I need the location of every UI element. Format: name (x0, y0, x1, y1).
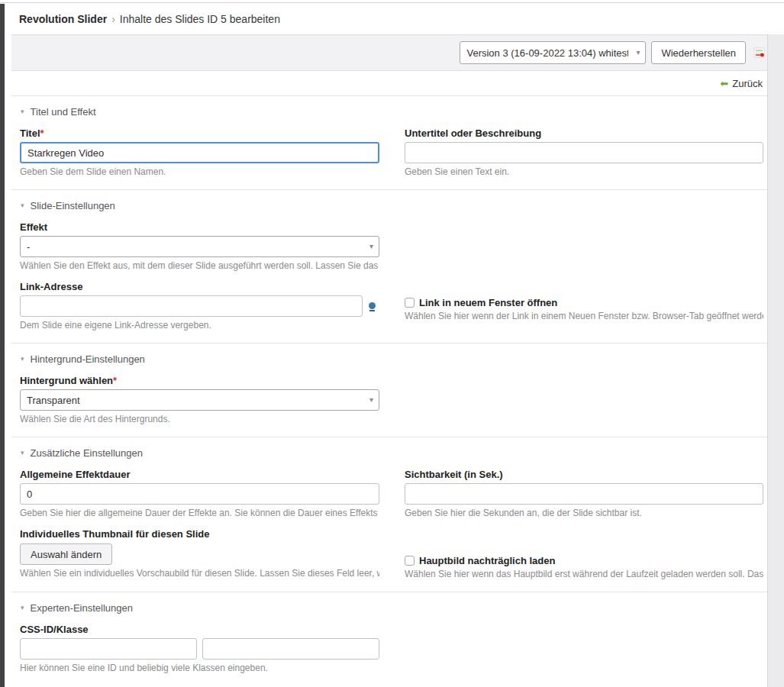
section-hintergrund-einstellungen: Hintergrund-Einstellungen Hintergrund wä… (11, 344, 767, 437)
css-id-input[interactable] (20, 638, 197, 660)
window-left-edge (0, 4, 5, 687)
link-new-window-checkbox-row[interactable]: Link in neuem Fenster öffnen (405, 297, 763, 308)
version-select[interactable]: Version 3 (16-09-2022 13:04) whitestc (460, 41, 646, 64)
legend-label: Zusätzliche Einstellungen (31, 447, 143, 459)
legend-slide-einstellungen[interactable]: Slide-Einstellungen (11, 200, 767, 211)
back-link-label: Zurück (732, 78, 763, 89)
hauptbild-label: Hauptbild nachträglich laden (419, 555, 555, 566)
link-adresse-input[interactable] (20, 295, 363, 317)
legend-titel-und-effekt[interactable]: Titel und Effekt (11, 106, 767, 118)
legend-label: Hintergrund-Einstellungen (31, 353, 145, 365)
collapse-arrow-icon (21, 356, 24, 363)
hauptbild-checkbox[interactable] (405, 556, 415, 566)
titel-input[interactable] (20, 142, 379, 163)
restore-button[interactable]: Wiederherstellen (651, 41, 746, 64)
breadcrumb-app-name: Revolution Slider (19, 13, 107, 25)
diff-icon[interactable] (753, 47, 765, 59)
sichtbarkeit-help: Geben Sie hier die Sekunden an, die der … (405, 508, 763, 518)
link-adresse-label: Link-Adresse (20, 281, 379, 292)
legend-zusaetzliche-einstellungen[interactable]: Zusätzliche Einstellungen (11, 447, 767, 459)
version-select-wrap: Version 3 (16-09-2022 13:04) whitestc (460, 41, 646, 64)
hintergrund-help: Wählen Sie die Art des Hintergrunds. (20, 414, 379, 424)
field-effektdauer: Allgemeine Effektdauer Geben Sie hier di… (20, 469, 379, 518)
main-content: Version 3 (16-09-2022 13:04) whitestc Wi… (11, 34, 767, 687)
back-row: Zurück (11, 71, 767, 96)
thumbnail-help: Wählen Sie ein individuelles Vorschaubil… (20, 568, 379, 579)
collapse-arrow-icon (21, 202, 24, 209)
page-title: Inhalte des Slides ID 5 bearbeiten (120, 13, 280, 25)
collapse-arrow-icon (21, 605, 24, 611)
effektdauer-input[interactable] (20, 483, 379, 505)
collapse-arrow-icon (21, 450, 24, 456)
page-picker-icon[interactable] (368, 302, 376, 311)
link-new-window-checkbox[interactable] (405, 298, 415, 308)
section-slide-einstellungen: Slide-Einstellungen Effekt - Wählen Sie … (11, 190, 767, 344)
field-sichtbarkeit: Sichtbarkeit (in Sek.) Geben Sie hier di… (405, 469, 763, 518)
back-arrow-icon (720, 79, 728, 89)
field-untertitel: Untertitel oder Beschreibung Geben Sie e… (405, 127, 763, 177)
untertitel-label: Untertitel oder Beschreibung (405, 127, 763, 139)
legend-experten-einstellungen[interactable]: Experten-Einstellungen (11, 602, 767, 614)
untertitel-input[interactable] (405, 142, 763, 163)
field-link-neues-fenster: Link in neuem Fenster öffnen Wählen Sie … (405, 297, 763, 331)
link-new-window-label: Link in neuem Fenster öffnen (419, 297, 557, 308)
sichtbarkeit-input[interactable] (405, 483, 763, 505)
back-link[interactable]: Zurück (720, 78, 763, 89)
css-id-klasse-help: Hier können Sie eine ID und beliebig vie… (20, 663, 379, 673)
thumbnail-label: Individuelles Thumbnail für diesen Slide (20, 528, 379, 540)
breadcrumb-separator: › (111, 13, 115, 25)
css-id-klasse-label: CSS-ID/Klasse (20, 624, 379, 635)
titel-label: Titel* (20, 127, 379, 139)
legend-hintergrund-einstellungen[interactable]: Hintergrund-Einstellungen (11, 353, 767, 365)
sichtbarkeit-label: Sichtbarkeit (in Sek.) (405, 469, 763, 480)
hintergrund-select[interactable]: Transparent (20, 389, 379, 411)
breadcrumb: Revolution Slider › Inhalte des Slides I… (5, 3, 784, 34)
effekt-select[interactable]: - (20, 236, 379, 257)
thumbnail-change-button[interactable]: Auswahl ändern (20, 543, 112, 565)
version-toolbar: Version 3 (16-09-2022 13:04) whitestc Wi… (11, 34, 767, 71)
effekt-label: Effekt (20, 221, 379, 233)
required-asterisk: * (40, 127, 44, 139)
effekt-help: Wählen Sie den Effekt aus, mit dem diese… (20, 260, 379, 271)
effektdauer-help: Geben Sie hier die allgemeine Dauer der … (20, 508, 379, 518)
legend-label: Experten-Einstellungen (31, 602, 133, 614)
css-class-input[interactable] (202, 638, 379, 660)
untertitel-help: Geben Sie einen Text ein. (405, 166, 763, 177)
section-experten-einstellungen: Experten-Einstellungen CSS-ID/Klasse Hie… (11, 592, 767, 687)
field-titel: Titel* Geben Sie dem Slide einen Namen. (20, 127, 379, 177)
field-link-adresse: Link-Adresse Dem Slide eine eigene Link-… (20, 281, 379, 331)
page: Revolution Slider › Inhalte des Slides I… (0, 0, 784, 687)
scrollbar-gutter[interactable] (767, 34, 784, 687)
hauptbild-help: Wählen Sie hier wenn das Hauptbild erst … (405, 569, 763, 579)
field-effekt: Effekt - Wählen Sie den Effekt aus, mit … (20, 221, 379, 271)
required-asterisk: * (113, 375, 117, 386)
link-adresse-help: Dem Slide eine eigene Link-Adresse verge… (20, 320, 379, 331)
field-thumbnail: Individuelles Thumbnail für diesen Slide… (20, 528, 379, 579)
collapse-arrow-icon (21, 108, 24, 115)
hauptbild-checkbox-row[interactable]: Hauptbild nachträglich laden (405, 555, 763, 566)
titel-help: Geben Sie dem Slide einen Namen. (20, 166, 379, 177)
legend-label: Titel und Effekt (31, 106, 96, 118)
field-hauptbild: Hauptbild nachträglich laden Wählen Sie … (405, 555, 763, 579)
field-css-id-klasse: CSS-ID/Klasse Hier können Sie eine ID un… (20, 624, 379, 673)
field-hintergrund: Hintergrund wählen* Transparent Wählen S… (20, 375, 379, 424)
link-new-window-help: Wählen Sie hier wenn der Link in einem N… (405, 311, 763, 321)
legend-label: Slide-Einstellungen (31, 200, 115, 211)
section-zusaetzliche-einstellungen: Zusätzliche Einstellungen Allgemeine Eff… (11, 437, 767, 592)
section-titel-und-effekt: Titel und Effekt Titel* Geben Sie dem Sl… (11, 96, 767, 190)
effektdauer-label: Allgemeine Effektdauer (20, 469, 379, 480)
hintergrund-label: Hintergrund wählen* (20, 375, 379, 386)
